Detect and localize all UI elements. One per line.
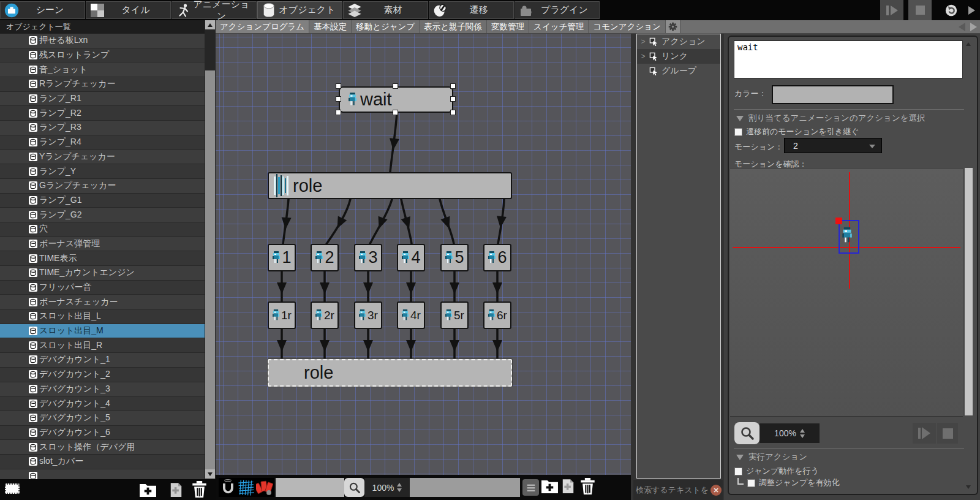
preview-stop-button[interactable] xyxy=(937,423,958,444)
object-list-scrollbar[interactable] xyxy=(205,20,216,479)
editor-tab-4[interactable]: 表示と親子関係 xyxy=(420,20,487,33)
preview-play-button[interactable] xyxy=(913,423,936,444)
object-list-item[interactable]: スロット出目_R xyxy=(0,338,205,353)
object-list-item[interactable]: 押せる板Lxn xyxy=(0,34,205,48)
thumbnail-toggle-button[interactable] xyxy=(5,483,20,494)
exec-action-section-header[interactable]: 実行アクション xyxy=(736,452,807,463)
undo-icon[interactable] xyxy=(945,4,957,17)
preview-zoom-control[interactable]: 100% xyxy=(760,423,820,443)
node-1[interactable]: 1 xyxy=(268,244,296,271)
tab-scroll-left-icon[interactable] xyxy=(959,23,965,31)
object-list-item[interactable]: スロット出目_M xyxy=(0,324,205,339)
toolbar-slider[interactable] xyxy=(276,478,344,497)
object-list-item[interactable]: TIME_カウントエンジン xyxy=(0,266,205,281)
scrollbar-thumb[interactable] xyxy=(205,70,215,469)
selection-handle[interactable] xyxy=(393,83,398,89)
motion-preview[interactable] xyxy=(730,168,963,417)
scroll-up-button[interactable] xyxy=(205,20,215,29)
editor-tab-3[interactable]: 移動とジャンプ xyxy=(352,20,420,33)
node-role-bottom[interactable]: role xyxy=(268,359,512,387)
node-4[interactable]: 4 xyxy=(397,244,425,271)
object-list-item[interactable]: デバグカウント_2 xyxy=(0,368,205,382)
preview-zoom-button[interactable] xyxy=(734,422,760,444)
node-wait[interactable]: wait xyxy=(339,86,453,113)
object-list-item[interactable]: 残スロットランプ xyxy=(0,48,205,63)
action-program-canvas[interactable]: wait role 1234561r2r3r4r5r6r role 100% xyxy=(216,34,631,500)
delete-action-button[interactable] xyxy=(580,478,595,495)
links-r-role[interactable] xyxy=(282,329,497,359)
menu-item-transition[interactable]: 遷移 xyxy=(429,1,514,19)
object-list-item[interactable]: TIME表示 xyxy=(0,251,205,266)
object-list-item[interactable]: ボーナスチェッカー xyxy=(0,295,205,309)
duplicate-action-button[interactable] xyxy=(562,479,575,494)
node-3r[interactable]: 3r xyxy=(354,301,382,329)
canvas-zoom-control[interactable]: 100% xyxy=(364,478,410,497)
zoom-tool-button[interactable] xyxy=(344,478,364,497)
link-panel-item[interactable]: >リンク xyxy=(637,49,720,64)
object-list-item[interactable]: デバグカウント_5 xyxy=(0,411,205,426)
jump-checkbox[interactable]: ジャンプ動作を行う xyxy=(734,466,819,477)
object-list-item[interactable]: デバグカウント_1 xyxy=(0,353,205,368)
object-list-item[interactable]: デバグカウント_4 xyxy=(0,396,205,411)
zoom-spinner[interactable] xyxy=(397,483,402,492)
cards-tool-button[interactable] xyxy=(255,478,274,497)
motion-dropdown[interactable]: 2 xyxy=(784,138,882,153)
action-name-input[interactable]: wait xyxy=(734,40,963,78)
selection-handle[interactable] xyxy=(450,96,456,102)
color-swatch[interactable] xyxy=(772,85,894,104)
search-clear-button[interactable]: ✕ xyxy=(710,485,722,496)
object-list-item[interactable]: ランプ_R3 xyxy=(0,121,205,135)
object-list-item[interactable]: ランプ_G1 xyxy=(0,194,205,208)
menu-item-plugin[interactable]: プラグイン xyxy=(514,1,600,19)
selection-handle[interactable] xyxy=(336,110,341,115)
object-list-item[interactable]: Yランプチェッカー xyxy=(0,150,205,165)
scroll-down-button[interactable] xyxy=(205,469,215,479)
list-view-button[interactable] xyxy=(522,479,539,496)
selection-handle[interactable] xyxy=(450,83,456,89)
selection-handle[interactable] xyxy=(450,110,456,115)
node-2[interactable]: 2 xyxy=(311,244,339,271)
object-list-item-partial[interactable] xyxy=(0,469,205,479)
selection-handle[interactable] xyxy=(336,83,341,89)
stop-button[interactable] xyxy=(908,0,932,20)
zoom-spinner[interactable] xyxy=(800,429,805,438)
menu-item-object[interactable]: オブジェクト xyxy=(257,1,342,19)
add-object-button[interactable] xyxy=(139,482,157,498)
link-panel-item[interactable]: グループ xyxy=(637,64,720,78)
origin-handle[interactable] xyxy=(835,218,842,224)
node-3[interactable]: 3 xyxy=(354,244,382,271)
menu-item-scene[interactable]: シーン xyxy=(0,1,85,19)
links-num-r[interactable] xyxy=(282,271,497,301)
inherit-motion-checkbox[interactable]: 遷移前のモーションを引き継ぐ xyxy=(734,126,859,137)
object-list-item[interactable]: ランプ_R1 xyxy=(0,92,205,107)
node-5[interactable]: 5 xyxy=(440,244,469,271)
node-6[interactable]: 6 xyxy=(483,244,511,271)
object-list-item[interactable]: Gランプチェッカー xyxy=(0,179,205,194)
editor-tab-6[interactable]: スイッチ管理 xyxy=(529,20,589,33)
node-6r[interactable]: 6r xyxy=(483,301,511,329)
object-list-item[interactable]: slot_カバー xyxy=(0,455,205,469)
link-panel-item[interactable]: >アクション xyxy=(637,34,720,49)
object-list-item[interactable]: 穴 xyxy=(0,222,205,237)
adjust-jump-checkbox[interactable]: 調整ジャンプを有効化 xyxy=(737,477,840,488)
duplicate-object-button[interactable] xyxy=(170,482,183,498)
panel-scroll-up-icon[interactable] xyxy=(966,42,971,46)
tab-settings-button[interactable] xyxy=(666,20,680,33)
menu-item-animation[interactable]: アニメーション xyxy=(172,1,257,19)
object-list-item[interactable]: 音_ショット xyxy=(0,63,205,77)
object-list-item[interactable]: デバグカウント_6 xyxy=(0,426,205,441)
expand-chevron-icon[interactable]: > xyxy=(640,37,646,46)
grid-tool-button[interactable] xyxy=(237,478,255,497)
object-list-item[interactable]: デバグカウント_3 xyxy=(0,382,205,397)
node-5r[interactable]: 5r xyxy=(440,301,469,329)
object-list-item[interactable]: ランプ_R2 xyxy=(0,106,205,121)
object-list-item[interactable]: スロット出目_L xyxy=(0,309,205,324)
delete-object-button[interactable] xyxy=(192,481,207,498)
editor-tab-1[interactable]: アクションプログラム xyxy=(216,20,309,33)
editor-tab-2[interactable]: 基本設定 xyxy=(309,20,352,33)
play-small-icon[interactable] xyxy=(968,6,975,15)
node-1r[interactable]: 1r xyxy=(268,301,296,329)
panel-scrollbar-thumb[interactable] xyxy=(965,168,973,415)
node-2r[interactable]: 2r xyxy=(311,301,339,329)
object-list-item[interactable]: フリッパー音 xyxy=(0,281,205,295)
